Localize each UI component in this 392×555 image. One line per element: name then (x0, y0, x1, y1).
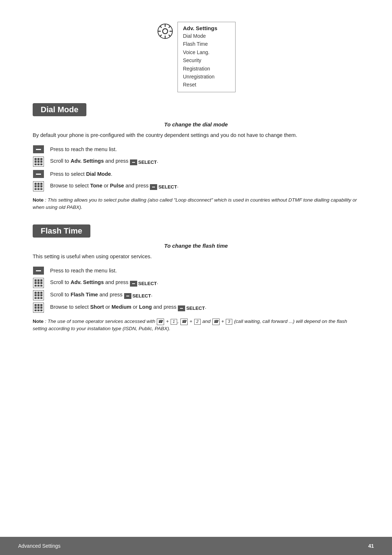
dial-mode-step-3: Press to select Dial Mode. (33, 169, 359, 179)
svg-point-0 (163, 29, 168, 34)
flash-step3-icon (33, 290, 44, 300)
flash-step1-text: Press to reach the menu list. (50, 267, 117, 275)
flash-step2-icon (33, 278, 44, 288)
flash-grid-2 (33, 278, 44, 288)
menu-item-4: Security (183, 56, 225, 64)
minus-icon (33, 145, 44, 153)
flash-step1-icon (33, 266, 44, 276)
num-1: 1 (171, 319, 177, 325)
num-3: 3 (226, 319, 232, 325)
menu-list-box: Adv. Settings Dial Mode Flash Time Voice… (177, 22, 236, 92)
menu-box: Adv. Settings Dial Mode Flash Time Voice… (156, 22, 236, 92)
menu-item-3: Voice Lang. (183, 48, 225, 56)
flash-step4-icon (33, 303, 44, 313)
step3-icon (33, 169, 44, 179)
select-btn-4: SELECT (150, 184, 177, 191)
flash-grid-4 (33, 303, 44, 313)
phone-icon-1: ☎ (157, 319, 164, 325)
menu-item-6: Unregistration (183, 73, 225, 81)
minus-icon-3 (33, 170, 44, 178)
menu-item-5: Registration (183, 65, 225, 73)
step3-text: Press to select Dial Mode. (50, 170, 113, 178)
dial-mode-step-4: Browse to select Tone or Pulse and press… (33, 181, 359, 191)
footer-page: 41 (368, 543, 374, 549)
flash-time-subtitle: To change the flash time (33, 243, 359, 249)
step1-icon (33, 144, 44, 154)
flash-step-2: Scroll to Adv. Settings and press SELECT… (33, 278, 359, 288)
menu-box-area: Adv. Settings Dial Mode Flash Time Voice… (33, 22, 359, 92)
step2-icon (33, 157, 44, 167)
phone-icon-3: ☎ (212, 319, 220, 325)
dial-mode-subtitle: To change the dial mode (33, 121, 359, 127)
flash-time-header: Flash Time (33, 224, 90, 238)
select-btn-2: SELECT (130, 159, 157, 166)
flash-time-note: Note : The use of some operator services… (33, 318, 359, 333)
dial-mode-section: Dial Mode To change the dial mode By def… (33, 103, 359, 211)
footer-label: Advanced Settings (18, 543, 61, 549)
dial-mode-header: Dial Mode (33, 103, 86, 116)
select-icon-2 (130, 159, 137, 165)
menu-item-2: Flash Time (183, 40, 225, 48)
menu-item-7: Reset (183, 81, 225, 89)
flash-step-1: Press to reach the menu list. (33, 266, 359, 276)
gear-icon (156, 23, 174, 40)
flash-step2-text: Scroll to Adv. Settings and press SELECT… (50, 279, 158, 287)
dial-mode-intro: By default your phone is pre-configured … (33, 131, 359, 139)
flash-time-steps: Press to reach the menu list. Scroll to … (33, 266, 359, 313)
flash-grid-3 (33, 290, 44, 300)
flash-select-icon-2 (130, 281, 137, 287)
menu-item-1: Dial Mode (183, 32, 225, 40)
flash-step-3: Scroll to Flash Time and press SELECT . (33, 290, 359, 300)
step1-text: Press to reach the menu list. (50, 146, 117, 153)
menu-title: Adv. Settings (183, 25, 225, 31)
flash-select-btn-3: SELECT (124, 293, 151, 300)
flash-select-btn-2: SELECT (130, 280, 157, 287)
dial-mode-note: Note : This setting allows you to select… (33, 197, 359, 211)
num-2: 2 (194, 319, 201, 325)
step4-text: Browse to select Tone or Pulse and press… (50, 182, 179, 190)
flash-select-btn-4: SELECT (178, 305, 205, 312)
dial-mode-step-1: Press to reach the menu list. (33, 144, 359, 154)
flash-step4-text: Browse to select Short or Medium or Long… (50, 303, 206, 312)
flash-select-icon-3 (124, 293, 131, 299)
flash-select-icon-4 (178, 305, 185, 311)
flash-step3-text: Scroll to Flash Time and press SELECT . (50, 291, 152, 299)
phone-icon-2: ☎ (180, 319, 188, 325)
flash-time-section: Flash Time To change the flash time This… (33, 224, 359, 333)
dial-mode-steps: Press to reach the menu list. Scroll to … (33, 144, 359, 191)
step2-text: Scroll to Adv. Settings and press SELECT… (50, 157, 158, 166)
flash-minus-1 (33, 267, 44, 275)
grid-icon-4 (33, 181, 44, 191)
step4-icon (33, 181, 44, 191)
flash-time-intro: This setting is useful when using operat… (33, 252, 359, 260)
flash-step-4: Browse to select Short or Medium or Long… (33, 303, 359, 313)
footer-bar: Advanced Settings 41 (0, 537, 392, 555)
dial-mode-step-2: Scroll to Adv. Settings and press SELECT… (33, 157, 359, 167)
grid-icon-2 (33, 157, 44, 167)
select-icon-4 (150, 184, 157, 190)
